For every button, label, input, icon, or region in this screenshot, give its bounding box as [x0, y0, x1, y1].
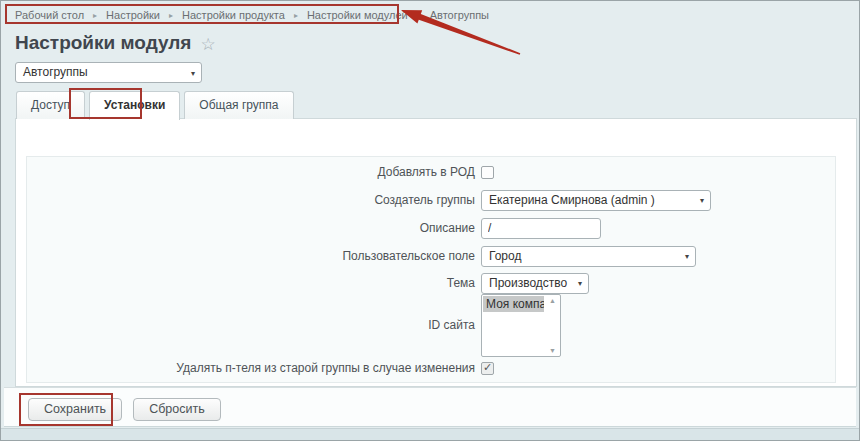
page-title-text: Настройки модуля — [15, 32, 191, 54]
breadcrumb-item-desktop[interactable]: Рабочий стол — [15, 9, 84, 21]
breadcrumb-separator-icon: ▸ — [294, 11, 298, 20]
form-row: Описание — [26, 217, 836, 239]
field-label-add-to-rod: Добавлять в РОД — [26, 165, 481, 179]
breadcrumb-item-module-settings[interactable]: Настройки модулей — [307, 9, 408, 21]
scroll-down-icon[interactable]: ▼ — [549, 347, 556, 354]
user-field-value: Город — [489, 249, 521, 263]
field-label-remove-user: Удалять п-теля из старой группы в случае… — [26, 361, 481, 375]
form-row: Добавлять в РОД ✓ — [26, 164, 836, 180]
listbox-scrollbar[interactable]: ▲ ▼ — [545, 295, 560, 356]
chevron-down-icon: ▾ — [700, 191, 704, 210]
chevron-down-icon: ▾ — [578, 274, 582, 293]
field-label-group-creator: Создатель группы — [26, 193, 481, 207]
form-row: Пользовательское поле Город ▾ — [26, 245, 836, 267]
chevron-down-icon: ▾ — [685, 247, 689, 266]
form-row: Удалять п-теля из старой группы в случае… — [26, 359, 836, 377]
bottom-strip — [1, 428, 859, 441]
site-id-listbox[interactable]: Моя компания ▲ ▼ — [481, 294, 561, 357]
field-label-site-id: ID сайта — [26, 318, 481, 332]
field-label-user-field: Пользовательское поле — [26, 249, 481, 263]
tab-common-group[interactable]: Общая группа — [184, 91, 293, 119]
scroll-up-icon[interactable]: ▲ — [549, 297, 556, 304]
breadcrumb-separator-icon: ▸ — [417, 11, 421, 20]
description-input[interactable] — [481, 218, 601, 239]
form-row: ID сайта Моя компания ▲ ▼ — [26, 293, 836, 357]
breadcrumb-item-autogroups[interactable]: Автогруппы — [430, 9, 489, 21]
chevron-down-icon: ▾ — [191, 63, 195, 82]
form-row: Создатель группы Екатерина Смирнова (adm… — [26, 189, 836, 211]
reset-button[interactable]: Сбросить — [133, 398, 221, 421]
form-row: Тема Производство ▾ — [26, 272, 836, 294]
module-select[interactable]: Автогруппы ▾ — [15, 62, 202, 83]
breadcrumb: Рабочий стол ▸ Настройки ▸ Настройки про… — [15, 9, 489, 21]
breadcrumb-item-settings[interactable]: Настройки — [106, 9, 160, 21]
field-label-theme: Тема — [26, 276, 481, 290]
group-creator-value: Екатерина Смирнова (admin ) — [489, 193, 655, 207]
tab-setup[interactable]: Установки — [89, 91, 180, 120]
site-id-options: Моя компания — [482, 295, 545, 356]
tab-bar: Доступ Установки Общая группа — [16, 91, 294, 119]
field-label-description: Описание — [26, 221, 481, 235]
module-select-value: Автогруппы — [23, 65, 88, 79]
page-title: Настройки модуля ☆ — [15, 32, 216, 54]
breadcrumb-separator-icon: ▸ — [93, 11, 97, 20]
user-field-select[interactable]: Город ▾ — [481, 246, 696, 267]
tab-access[interactable]: Доступ — [16, 91, 85, 119]
check-icon: ✓ — [483, 361, 492, 374]
theme-select[interactable]: Производство ▾ — [481, 273, 589, 294]
footer-bar: Сохранить Сбросить — [4, 387, 856, 427]
breadcrumb-separator-icon: ▸ — [169, 11, 173, 20]
site-id-option-selected[interactable]: Моя компания — [483, 296, 544, 312]
save-button[interactable]: Сохранить — [28, 398, 122, 421]
favorite-star-icon[interactable]: ☆ — [200, 34, 215, 55]
button-row: Сохранить Сбросить — [28, 398, 221, 421]
group-creator-select[interactable]: Екатерина Смирнова (admin ) ▾ — [481, 190, 711, 211]
remove-user-checkbox[interactable]: ✓ — [481, 362, 494, 375]
module-settings-window: Рабочий стол ▸ Настройки ▸ Настройки про… — [0, 0, 860, 441]
theme-value: Производство — [489, 276, 567, 290]
breadcrumb-item-product-settings[interactable]: Настройки продукта — [182, 9, 285, 21]
add-to-rod-checkbox[interactable]: ✓ — [481, 166, 494, 179]
